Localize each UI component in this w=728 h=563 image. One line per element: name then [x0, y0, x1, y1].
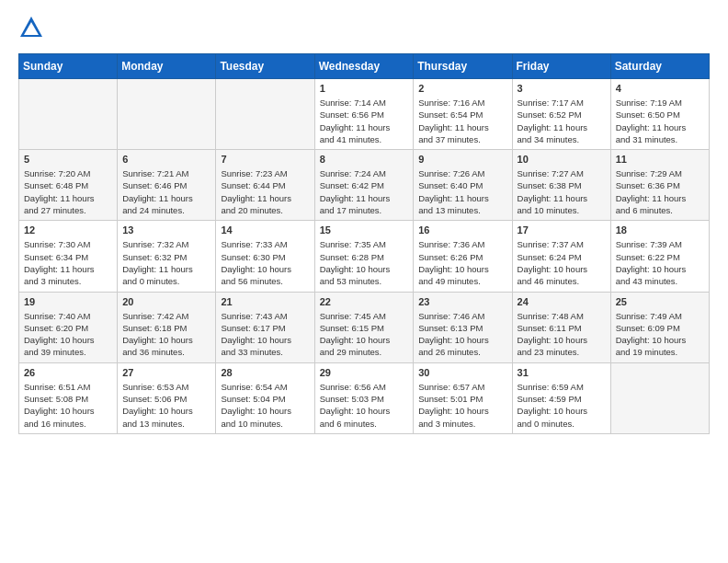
day-cell: 11Sunrise: 7:29 AM Sunset: 6:36 PM Dayli… [610, 150, 709, 221]
day-number: 4 [616, 83, 704, 94]
week-row-2: 5Sunrise: 7:20 AM Sunset: 6:48 PM Daylig… [19, 150, 710, 221]
day-info: Sunrise: 7:36 AM Sunset: 6:26 PM Dayligh… [418, 238, 506, 287]
weekday-friday: Friday [512, 54, 610, 79]
calendar: SundayMondayTuesdayWednesdayThursdayFrid… [18, 53, 710, 434]
day-cell: 22Sunrise: 7:45 AM Sunset: 6:15 PM Dayli… [314, 292, 414, 362]
day-info: Sunrise: 6:59 AM Sunset: 4:59 PM Dayligh… [518, 381, 606, 430]
day-number: 29 [320, 367, 409, 378]
week-row-5: 26Sunrise: 6:51 AM Sunset: 5:08 PM Dayli… [19, 362, 710, 433]
day-cell: 13Sunrise: 7:32 AM Sunset: 6:32 PM Dayli… [118, 221, 216, 292]
day-cell: 21Sunrise: 7:43 AM Sunset: 6:17 PM Dayli… [216, 292, 314, 362]
day-info: Sunrise: 7:24 AM Sunset: 6:42 PM Dayligh… [320, 167, 409, 216]
day-info: Sunrise: 7:32 AM Sunset: 6:32 PM Dayligh… [122, 238, 210, 287]
day-number: 7 [221, 154, 309, 165]
day-info: Sunrise: 7:14 AM Sunset: 6:56 PM Dayligh… [320, 97, 409, 145]
weekday-tuesday: Tuesday [216, 54, 314, 79]
day-info: Sunrise: 7:37 AM Sunset: 6:24 PM Dayligh… [518, 238, 606, 287]
day-number: 8 [320, 154, 409, 165]
weekday-monday: Monday [118, 54, 216, 79]
header [18, 15, 710, 40]
day-number: 26 [24, 367, 112, 378]
day-info: Sunrise: 7:26 AM Sunset: 6:40 PM Dayligh… [418, 167, 506, 216]
day-info: Sunrise: 7:42 AM Sunset: 6:18 PM Dayligh… [122, 310, 210, 359]
weekday-sunday: Sunday [19, 54, 118, 79]
day-cell: 24Sunrise: 7:48 AM Sunset: 6:11 PM Dayli… [512, 292, 610, 362]
day-info: Sunrise: 7:23 AM Sunset: 6:44 PM Dayligh… [221, 167, 309, 216]
day-cell: 25Sunrise: 7:49 AM Sunset: 6:09 PM Dayli… [610, 292, 709, 362]
day-cell: 1Sunrise: 7:14 AM Sunset: 6:56 PM Daylig… [314, 79, 414, 150]
day-cell: 4Sunrise: 7:19 AM Sunset: 6:50 PM Daylig… [610, 79, 709, 150]
day-number: 20 [122, 296, 210, 307]
day-info: Sunrise: 7:30 AM Sunset: 6:34 PM Dayligh… [24, 238, 112, 287]
day-cell: 19Sunrise: 7:40 AM Sunset: 6:20 PM Dayli… [19, 292, 118, 362]
logo [18, 15, 48, 40]
day-cell: 26Sunrise: 6:51 AM Sunset: 5:08 PM Dayli… [19, 362, 118, 433]
day-number: 23 [418, 296, 506, 307]
day-number: 1 [320, 83, 409, 94]
weekday-header-row: SundayMondayTuesdayWednesdayThursdayFrid… [19, 54, 710, 79]
day-cell: 6Sunrise: 7:21 AM Sunset: 6:46 PM Daylig… [118, 150, 216, 221]
day-number: 24 [518, 296, 606, 307]
day-info: Sunrise: 7:29 AM Sunset: 6:36 PM Dayligh… [616, 167, 704, 216]
day-number: 21 [221, 296, 309, 307]
day-number: 11 [616, 154, 704, 165]
day-cell: 31Sunrise: 6:59 AM Sunset: 4:59 PM Dayli… [512, 362, 610, 433]
day-cell: 12Sunrise: 7:30 AM Sunset: 6:34 PM Dayli… [19, 221, 118, 292]
weekday-thursday: Thursday [414, 54, 512, 79]
day-number: 3 [518, 83, 606, 94]
day-info: Sunrise: 7:19 AM Sunset: 6:50 PM Dayligh… [616, 97, 704, 145]
day-cell [216, 79, 314, 150]
day-info: Sunrise: 7:35 AM Sunset: 6:28 PM Dayligh… [320, 238, 409, 287]
day-cell: 3Sunrise: 7:17 AM Sunset: 6:52 PM Daylig… [512, 79, 610, 150]
day-cell: 14Sunrise: 7:33 AM Sunset: 6:30 PM Dayli… [216, 221, 314, 292]
day-info: Sunrise: 7:45 AM Sunset: 6:15 PM Dayligh… [320, 310, 409, 359]
week-row-1: 1Sunrise: 7:14 AM Sunset: 6:56 PM Daylig… [19, 79, 710, 150]
day-cell: 9Sunrise: 7:26 AM Sunset: 6:40 PM Daylig… [414, 150, 512, 221]
day-cell: 23Sunrise: 7:46 AM Sunset: 6:13 PM Dayli… [414, 292, 512, 362]
day-number: 17 [518, 224, 606, 236]
day-info: Sunrise: 6:57 AM Sunset: 5:01 PM Dayligh… [418, 381, 506, 430]
day-info: Sunrise: 7:33 AM Sunset: 6:30 PM Dayligh… [221, 238, 309, 287]
day-number: 14 [221, 224, 309, 236]
day-number: 27 [122, 367, 210, 378]
day-info: Sunrise: 6:54 AM Sunset: 5:04 PM Dayligh… [221, 381, 309, 430]
day-cell: 27Sunrise: 6:53 AM Sunset: 5:06 PM Dayli… [118, 362, 216, 433]
day-info: Sunrise: 6:56 AM Sunset: 5:03 PM Dayligh… [320, 381, 409, 430]
day-cell: 30Sunrise: 6:57 AM Sunset: 5:01 PM Dayli… [414, 362, 512, 433]
day-number: 22 [320, 296, 409, 307]
day-cell: 8Sunrise: 7:24 AM Sunset: 6:42 PM Daylig… [314, 150, 414, 221]
day-number: 31 [518, 367, 606, 378]
day-cell: 2Sunrise: 7:16 AM Sunset: 6:54 PM Daylig… [414, 79, 512, 150]
weekday-wednesday: Wednesday [314, 54, 414, 79]
day-cell [19, 79, 118, 150]
day-cell: 7Sunrise: 7:23 AM Sunset: 6:44 PM Daylig… [216, 150, 314, 221]
day-info: Sunrise: 7:39 AM Sunset: 6:22 PM Dayligh… [616, 238, 704, 287]
day-info: Sunrise: 7:43 AM Sunset: 6:17 PM Dayligh… [221, 310, 309, 359]
day-number: 5 [24, 154, 112, 165]
day-cell [610, 362, 709, 433]
day-number: 25 [616, 296, 704, 307]
day-number: 2 [418, 83, 506, 94]
day-number: 30 [418, 367, 506, 378]
day-number: 10 [518, 154, 606, 165]
day-info: Sunrise: 7:27 AM Sunset: 6:38 PM Dayligh… [518, 167, 606, 216]
day-cell: 29Sunrise: 6:56 AM Sunset: 5:03 PM Dayli… [314, 362, 414, 433]
day-info: Sunrise: 6:51 AM Sunset: 5:08 PM Dayligh… [24, 381, 112, 430]
day-info: Sunrise: 7:16 AM Sunset: 6:54 PM Dayligh… [418, 97, 506, 145]
day-number: 28 [221, 367, 309, 378]
day-number: 16 [418, 224, 506, 236]
day-number: 15 [320, 224, 409, 236]
day-cell: 17Sunrise: 7:37 AM Sunset: 6:24 PM Dayli… [512, 221, 610, 292]
day-info: Sunrise: 7:21 AM Sunset: 6:46 PM Dayligh… [122, 167, 210, 216]
week-row-4: 19Sunrise: 7:40 AM Sunset: 6:20 PM Dayli… [19, 292, 710, 362]
day-info: Sunrise: 7:40 AM Sunset: 6:20 PM Dayligh… [24, 310, 112, 359]
day-number: 18 [616, 224, 704, 236]
day-cell: 16Sunrise: 7:36 AM Sunset: 6:26 PM Dayli… [414, 221, 512, 292]
day-info: Sunrise: 7:17 AM Sunset: 6:52 PM Dayligh… [518, 97, 606, 145]
day-number: 6 [122, 154, 210, 165]
day-cell: 15Sunrise: 7:35 AM Sunset: 6:28 PM Dayli… [314, 221, 414, 292]
day-info: Sunrise: 7:20 AM Sunset: 6:48 PM Dayligh… [24, 167, 112, 216]
day-info: Sunrise: 6:53 AM Sunset: 5:06 PM Dayligh… [122, 381, 210, 430]
week-row-3: 12Sunrise: 7:30 AM Sunset: 6:34 PM Dayli… [19, 221, 710, 292]
day-number: 19 [24, 296, 112, 307]
